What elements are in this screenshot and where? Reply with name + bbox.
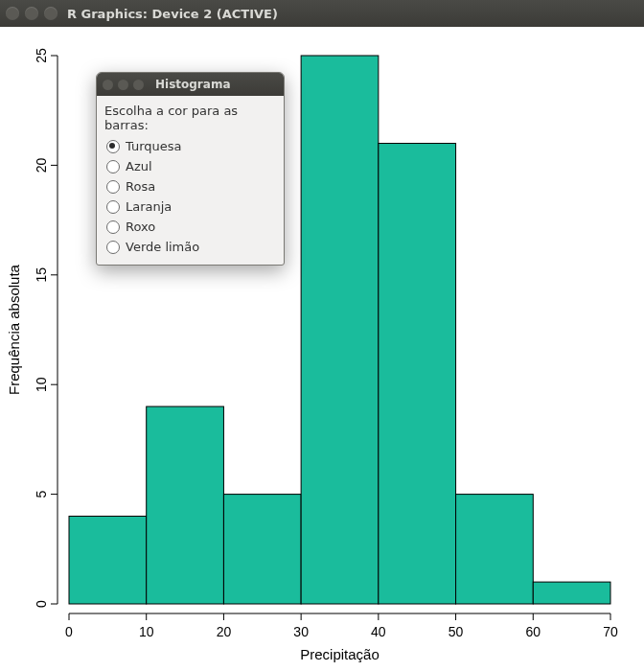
radio-option[interactable]: Verde limão [104, 237, 276, 257]
dialog-window-controls [103, 80, 144, 90]
radio-icon[interactable] [106, 180, 120, 194]
radio-label: Rosa [126, 179, 155, 194]
close-icon[interactable] [103, 80, 113, 90]
radio-icon[interactable] [106, 220, 120, 234]
x-tick-label: 30 [293, 624, 309, 639]
maximize-icon[interactable] [133, 80, 144, 90]
y-tick-label: 5 [34, 490, 49, 497]
dialog-body: Escolha a cor para as barras: TurquesaAz… [97, 96, 284, 265]
y-tick-label: 10 [34, 377, 49, 392]
radio-group: TurquesaAzulRosaLaranjaRoxoVerde limão [104, 136, 276, 257]
y-axis-label: Frequência absoluta [6, 264, 22, 395]
radio-label: Laranja [126, 199, 172, 214]
x-tick-label: 0 [65, 624, 73, 639]
y-tick-label: 0 [34, 600, 49, 608]
radio-icon[interactable] [106, 160, 120, 174]
radio-option[interactable]: Rosa [104, 176, 276, 197]
radio-label: Turquesa [126, 139, 182, 153]
histogram-bar [223, 495, 301, 604]
y-tick-label: 25 [34, 48, 49, 63]
x-tick-label: 10 [139, 624, 154, 639]
histogram-bar [301, 56, 379, 604]
x-tick-label: 60 [525, 624, 540, 639]
x-tick-label: 70 [603, 624, 618, 639]
radio-label: Azul [126, 159, 152, 174]
titlebar[interactable]: R Graphics: Device 2 (ACTIVE) [0, 0, 644, 27]
histogram-bar [147, 406, 224, 604]
y-tick-label: 20 [34, 157, 49, 173]
histogram-bar [69, 516, 147, 604]
histogram-bar [533, 582, 610, 604]
radio-icon[interactable] [106, 140, 120, 153]
close-icon[interactable] [6, 7, 19, 20]
histogram-bar [379, 144, 456, 604]
x-tick-label: 40 [371, 624, 386, 639]
radio-option[interactable]: Laranja [104, 197, 276, 217]
radio-option[interactable]: Turquesa [104, 136, 276, 156]
color-dialog[interactable]: Histograma Escolha a cor para as barras:… [96, 72, 285, 266]
x-tick-label: 50 [448, 624, 464, 639]
dialog-prompt: Escolha a cor para as barras: [104, 104, 276, 132]
dialog-titlebar[interactable]: Histograma [97, 73, 284, 96]
radio-icon[interactable] [106, 200, 120, 214]
app-window: R Graphics: Device 2 (ACTIVE) 0102030405… [0, 0, 644, 671]
dialog-title: Histograma [155, 78, 231, 91]
radio-option[interactable]: Azul [104, 156, 276, 176]
window-title: R Graphics: Device 2 (ACTIVE) [67, 7, 278, 21]
histogram-bar [456, 495, 534, 604]
radio-icon[interactable] [106, 241, 120, 254]
y-tick-label: 15 [34, 267, 49, 283]
minimize-icon[interactable] [25, 7, 38, 20]
radio-option[interactable]: Roxo [104, 217, 276, 237]
x-tick-label: 20 [217, 624, 232, 639]
x-axis-label: Precipitação [300, 646, 380, 662]
radio-label: Roxo [126, 220, 155, 234]
minimize-icon[interactable] [118, 80, 128, 90]
radio-label: Verde limão [126, 240, 199, 254]
maximize-icon[interactable] [44, 7, 58, 20]
window-controls [6, 7, 58, 20]
